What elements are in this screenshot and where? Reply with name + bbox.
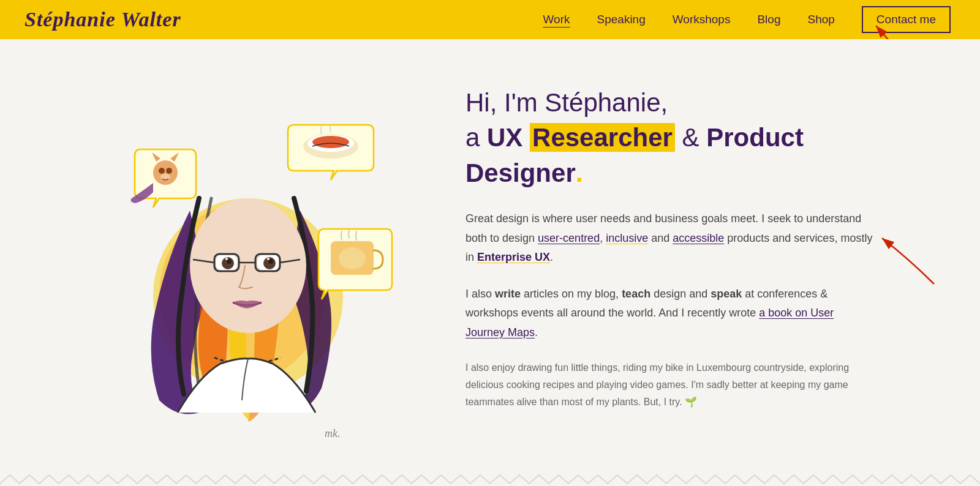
nav-item-workshops[interactable]: Workshops (673, 13, 731, 26)
main-content: mk. (0, 39, 980, 486)
ux-text: UX (487, 123, 522, 152)
portrait-illustration: mk. (92, 76, 410, 443)
inclusive-link[interactable]: inclusive (606, 232, 648, 244)
content-area: Hi, I'm Stéphanie, a UX Researcher & Pro… (466, 76, 894, 411)
speak-bold: speak (710, 288, 742, 300)
nav-item-speaking[interactable]: Speaking (597, 13, 646, 26)
nav-item-blog[interactable]: Blog (757, 13, 780, 26)
site-header: Stéphanie Walter Work Speaking Workshops… (0, 0, 980, 39)
svg-point-12 (267, 258, 270, 260)
svg-point-29 (339, 247, 366, 269)
svg-text:mk.: mk. (325, 427, 341, 439)
accessible-link[interactable]: accessible (673, 232, 724, 244)
svg-point-23 (166, 168, 172, 174)
write-bold: write (495, 288, 521, 300)
svg-point-22 (159, 168, 165, 174)
researcher-text: Researcher (530, 123, 675, 152)
svg-point-19 (153, 160, 178, 185)
illustration-area: mk. (74, 76, 417, 431)
headline-line2: a UX Researcher & Product Designer. (466, 121, 894, 190)
svg-point-4 (190, 198, 306, 333)
contact-me-button[interactable]: Contact me (862, 6, 951, 33)
svg-point-8 (225, 258, 228, 260)
svg-point-27 (312, 136, 349, 148)
bottom-decoration (0, 473, 980, 486)
paragraph-1: Great design is where user needs and bus… (466, 209, 876, 267)
enterprise-ux-link[interactable]: Enterprise UX (477, 251, 550, 263)
headline-line1: Hi, I'm Stéphanie, (466, 88, 894, 118)
period: . (576, 157, 583, 187)
headline: Hi, I'm Stéphanie, a UX Researcher & Pro… (466, 88, 894, 190)
nav-item-work[interactable]: Work (543, 13, 570, 26)
book-link[interactable]: a book on User Journey Maps (466, 307, 834, 338)
teach-bold: teach (622, 288, 650, 300)
user-centred-link[interactable]: user-centred (538, 232, 600, 244)
paragraph-3: I also enjoy drawing fun little things, … (466, 359, 876, 411)
logo[interactable]: Stéphanie Walter (24, 8, 181, 31)
main-nav: Work Speaking Workshops Blog Shop Contac… (543, 6, 951, 33)
nav-item-shop[interactable]: Shop (807, 13, 834, 26)
svg-point-24 (160, 174, 170, 180)
paragraph-2: I also write articles on my blog, teach … (466, 285, 876, 343)
